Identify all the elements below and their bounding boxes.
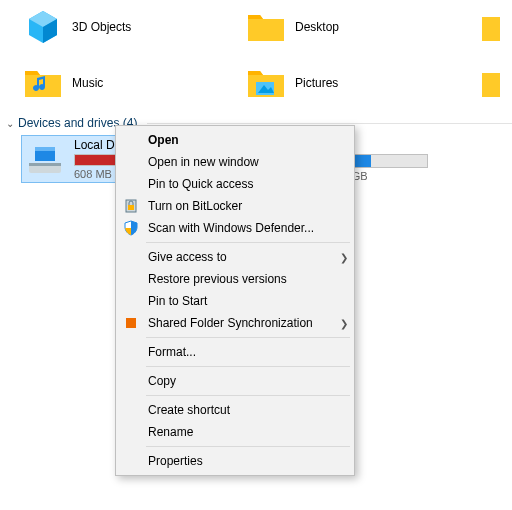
folder-label: Music	[72, 76, 103, 90]
menu-item-pin-to-quick-access[interactable]: Pin to Quick access	[118, 173, 352, 195]
svg-rect-10	[35, 147, 55, 151]
submenu-arrow-icon: ❯	[340, 252, 352, 263]
blank-icon	[122, 401, 140, 419]
menu-item-label: Restore previous versions	[148, 272, 332, 286]
folder-desktop[interactable]: Desktop	[245, 4, 468, 50]
menu-item-open[interactable]: Open	[118, 129, 352, 151]
blank-icon	[122, 131, 140, 149]
menu-item-properties[interactable]: Properties	[118, 450, 352, 472]
folder-label: Desktop	[295, 20, 339, 34]
sfs-icon	[122, 314, 140, 332]
svg-rect-8	[29, 163, 61, 166]
menu-item-label: Pin to Start	[148, 294, 332, 308]
menu-item-open-in-new-window[interactable]: Open in new window	[118, 151, 352, 173]
blank-icon	[122, 372, 140, 390]
bitlocker-icon	[122, 197, 140, 215]
music-folder-icon	[22, 62, 64, 104]
menu-item-label: Open	[148, 133, 332, 147]
svg-rect-14	[128, 205, 134, 210]
menu-item-label: Format...	[148, 345, 332, 359]
menu-item-format[interactable]: Format...	[118, 341, 352, 363]
folder-icon	[470, 6, 512, 48]
menu-item-label: Rename	[148, 425, 332, 439]
defender-icon	[122, 219, 140, 237]
context-menu: OpenOpen in new windowPin to Quick acces…	[115, 125, 355, 476]
blank-icon	[122, 153, 140, 171]
folder-partial[interactable]	[470, 4, 512, 50]
menu-item-label: Scan with Windows Defender...	[148, 221, 332, 235]
menu-separator	[146, 366, 350, 367]
blank-icon	[122, 270, 140, 288]
menu-item-label: Give access to	[148, 250, 332, 264]
folder-icon	[470, 62, 512, 104]
menu-item-label: Copy	[148, 374, 332, 388]
menu-item-label: Pin to Quick access	[148, 177, 332, 191]
menu-separator	[146, 242, 350, 243]
blank-icon	[122, 343, 140, 361]
submenu-arrow-icon: ❯	[340, 318, 352, 329]
blank-icon	[122, 423, 140, 441]
pictures-folder-icon	[245, 62, 287, 104]
menu-item-label: Properties	[148, 454, 332, 468]
menu-item-label: Open in new window	[148, 155, 332, 169]
blank-icon	[122, 175, 140, 193]
menu-item-label: Turn on BitLocker	[148, 199, 332, 213]
hard-drive-icon	[24, 138, 66, 180]
menu-separator	[146, 337, 350, 338]
menu-item-label: Create shortcut	[148, 403, 332, 417]
folder-3d-objects[interactable]: 3D Objects	[22, 4, 245, 50]
svg-rect-3	[482, 17, 500, 41]
menu-item-rename[interactable]: Rename	[118, 421, 352, 443]
folder-label: 3D Objects	[72, 20, 131, 34]
3d-objects-icon	[22, 6, 64, 48]
menu-item-restore-previous-versions[interactable]: Restore previous versions	[118, 268, 352, 290]
svg-rect-15	[126, 318, 136, 328]
folder-label: Pictures	[295, 76, 338, 90]
menu-item-pin-to-start[interactable]: Pin to Start	[118, 290, 352, 312]
folder-icon	[245, 6, 287, 48]
divider	[147, 123, 512, 124]
chevron-down-icon: ⌄	[6, 118, 14, 129]
menu-item-give-access-to[interactable]: Give access to❯	[118, 246, 352, 268]
menu-item-label: Shared Folder Synchronization	[148, 316, 332, 330]
folder-music[interactable]: Music	[22, 60, 245, 106]
blank-icon	[122, 292, 140, 310]
menu-separator	[146, 446, 350, 447]
menu-item-turn-on-bitlocker[interactable]: Turn on BitLocker	[118, 195, 352, 217]
menu-separator	[146, 395, 350, 396]
menu-item-scan-with-windows-defender[interactable]: Scan with Windows Defender...	[118, 217, 352, 239]
blank-icon	[122, 452, 140, 470]
menu-item-create-shortcut[interactable]: Create shortcut	[118, 399, 352, 421]
blank-icon	[122, 248, 140, 266]
svg-rect-6	[482, 73, 500, 97]
folder-partial[interactable]	[470, 60, 512, 106]
folder-pictures[interactable]: Pictures	[245, 60, 468, 106]
menu-item-copy[interactable]: Copy	[118, 370, 352, 392]
menu-item-shared-folder-synchronization[interactable]: Shared Folder Synchronization❯	[118, 312, 352, 334]
